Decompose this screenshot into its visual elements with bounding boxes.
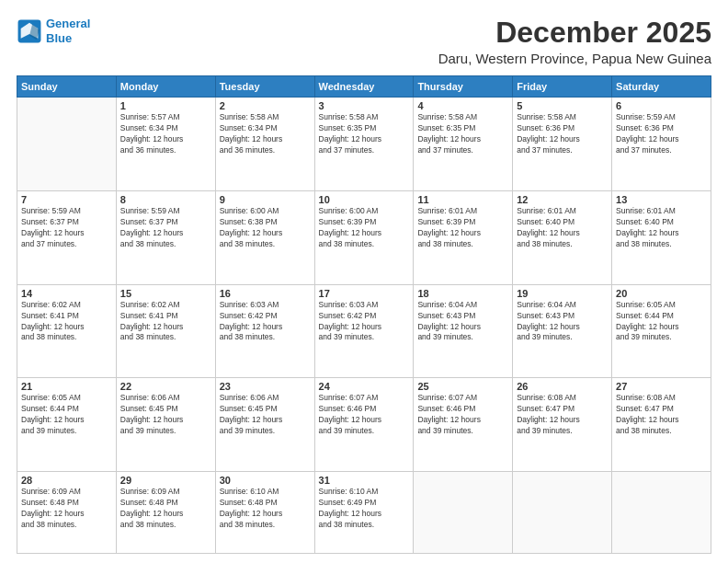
- day-number: 6: [616, 100, 707, 111]
- calendar-cell: 6Sunrise: 5:59 AMSunset: 6:36 PMDaylight…: [612, 98, 711, 191]
- calendar-cell: 17Sunrise: 6:03 AMSunset: 6:42 PMDayligh…: [314, 284, 414, 378]
- page: General Blue December 2025 Daru, Western…: [0, 0, 728, 563]
- day-info: Sunrise: 6:09 AMSunset: 6:48 PMDaylight:…: [120, 487, 211, 531]
- logo-text: General Blue: [46, 17, 90, 45]
- day-number: 2: [220, 100, 311, 111]
- calendar-week-row: 1Sunrise: 5:57 AMSunset: 6:34 PMDaylight…: [17, 98, 711, 191]
- logo-line1: General: [46, 17, 90, 30]
- day-info: Sunrise: 6:03 AMSunset: 6:42 PMDaylight:…: [220, 300, 311, 344]
- calendar-cell: 23Sunrise: 6:06 AMSunset: 6:45 PMDayligh…: [215, 378, 314, 472]
- day-number: 30: [220, 475, 311, 486]
- day-number: 31: [319, 475, 410, 486]
- calendar-cell: 19Sunrise: 6:04 AMSunset: 6:43 PMDayligh…: [513, 284, 612, 378]
- header: General Blue December 2025 Daru, Western…: [17, 17, 711, 66]
- day-number: 8: [120, 194, 211, 205]
- day-number: 14: [21, 288, 112, 299]
- day-info: Sunrise: 6:05 AMSunset: 6:44 PMDaylight:…: [21, 393, 112, 437]
- calendar-week-row: 14Sunrise: 6:02 AMSunset: 6:41 PMDayligh…: [17, 284, 711, 378]
- calendar-cell: 21Sunrise: 6:05 AMSunset: 6:44 PMDayligh…: [17, 378, 117, 472]
- calendar-header-wednesday: Wednesday: [314, 76, 414, 98]
- calendar-cell: 16Sunrise: 6:03 AMSunset: 6:42 PMDayligh…: [215, 284, 314, 378]
- calendar-cell: 9Sunrise: 6:00 AMSunset: 6:38 PMDaylight…: [215, 190, 314, 284]
- calendar-cell: 31Sunrise: 6:10 AMSunset: 6:49 PMDayligh…: [314, 472, 414, 554]
- calendar-week-row: 21Sunrise: 6:05 AMSunset: 6:44 PMDayligh…: [17, 378, 711, 472]
- calendar-cell: 15Sunrise: 6:02 AMSunset: 6:41 PMDayligh…: [116, 284, 215, 378]
- day-info: Sunrise: 6:06 AMSunset: 6:45 PMDaylight:…: [220, 393, 311, 437]
- day-number: 9: [220, 194, 311, 205]
- day-info: Sunrise: 6:09 AMSunset: 6:48 PMDaylight:…: [21, 487, 112, 531]
- day-info: Sunrise: 6:05 AMSunset: 6:44 PMDaylight:…: [616, 300, 707, 344]
- day-info: Sunrise: 6:06 AMSunset: 6:45 PMDaylight:…: [120, 393, 211, 437]
- day-info: Sunrise: 5:58 AMSunset: 6:36 PMDaylight:…: [517, 112, 608, 156]
- day-number: 24: [319, 381, 410, 392]
- calendar-cell: 20Sunrise: 6:05 AMSunset: 6:44 PMDayligh…: [612, 284, 711, 378]
- day-number: 10: [319, 194, 410, 205]
- calendar-cell: 11Sunrise: 6:01 AMSunset: 6:39 PMDayligh…: [414, 190, 513, 284]
- calendar-cell: 5Sunrise: 5:58 AMSunset: 6:36 PMDaylight…: [513, 98, 612, 191]
- calendar-cell: 18Sunrise: 6:04 AMSunset: 6:43 PMDayligh…: [414, 284, 513, 378]
- logo-line2: Blue: [46, 31, 72, 45]
- calendar-header-sunday: Sunday: [17, 76, 117, 98]
- day-info: Sunrise: 6:01 AMSunset: 6:39 PMDaylight:…: [417, 206, 508, 250]
- day-info: Sunrise: 6:03 AMSunset: 6:42 PMDaylight:…: [319, 300, 410, 344]
- day-number: 15: [120, 288, 211, 299]
- day-number: 19: [517, 288, 608, 299]
- calendar-cell: 30Sunrise: 6:10 AMSunset: 6:48 PMDayligh…: [215, 472, 314, 554]
- day-info: Sunrise: 5:58 AMSunset: 6:34 PMDaylight:…: [220, 112, 311, 156]
- calendar-cell: [17, 98, 117, 191]
- day-number: 29: [120, 475, 211, 486]
- day-info: Sunrise: 6:00 AMSunset: 6:39 PMDaylight:…: [319, 206, 410, 250]
- day-info: Sunrise: 5:58 AMSunset: 6:35 PMDaylight:…: [319, 112, 410, 156]
- day-info: Sunrise: 6:07 AMSunset: 6:46 PMDaylight:…: [417, 393, 508, 437]
- calendar-cell: [414, 472, 513, 554]
- day-number: 23: [220, 381, 311, 392]
- day-number: 17: [319, 288, 410, 299]
- calendar-cell: 10Sunrise: 6:00 AMSunset: 6:39 PMDayligh…: [314, 190, 414, 284]
- calendar-cell: 12Sunrise: 6:01 AMSunset: 6:40 PMDayligh…: [513, 190, 612, 284]
- day-info: Sunrise: 5:59 AMSunset: 6:36 PMDaylight:…: [616, 112, 707, 156]
- calendar-cell: 24Sunrise: 6:07 AMSunset: 6:46 PMDayligh…: [314, 378, 414, 472]
- day-number: 21: [21, 381, 112, 392]
- calendar-cell: 29Sunrise: 6:09 AMSunset: 6:48 PMDayligh…: [116, 472, 215, 554]
- day-info: Sunrise: 6:00 AMSunset: 6:38 PMDaylight:…: [220, 206, 311, 250]
- day-number: 11: [417, 194, 508, 205]
- main-title: December 2025: [438, 17, 711, 49]
- calendar-cell: 1Sunrise: 5:57 AMSunset: 6:34 PMDaylight…: [116, 98, 215, 191]
- day-number: 26: [517, 381, 608, 392]
- day-number: 3: [319, 100, 410, 111]
- day-info: Sunrise: 5:59 AMSunset: 6:37 PMDaylight:…: [21, 206, 112, 250]
- day-number: 12: [517, 194, 608, 205]
- day-number: 5: [517, 100, 608, 111]
- calendar-cell: 8Sunrise: 5:59 AMSunset: 6:37 PMDaylight…: [116, 190, 215, 284]
- day-info: Sunrise: 6:10 AMSunset: 6:49 PMDaylight:…: [319, 487, 410, 531]
- day-info: Sunrise: 6:08 AMSunset: 6:47 PMDaylight:…: [616, 393, 707, 437]
- calendar-cell: 2Sunrise: 5:58 AMSunset: 6:34 PMDaylight…: [215, 98, 314, 191]
- day-info: Sunrise: 5:58 AMSunset: 6:35 PMDaylight:…: [417, 112, 508, 156]
- calendar-header-saturday: Saturday: [612, 76, 711, 98]
- day-number: 27: [616, 381, 707, 392]
- title-area: December 2025 Daru, Western Province, Pa…: [438, 17, 711, 66]
- calendar-cell: [612, 472, 711, 554]
- calendar-week-row: 28Sunrise: 6:09 AMSunset: 6:48 PMDayligh…: [17, 472, 711, 554]
- day-info: Sunrise: 6:04 AMSunset: 6:43 PMDaylight:…: [517, 300, 608, 344]
- calendar-header-tuesday: Tuesday: [215, 76, 314, 98]
- calendar-table: SundayMondayTuesdayWednesdayThursdayFrid…: [17, 75, 711, 554]
- calendar-cell: 25Sunrise: 6:07 AMSunset: 6:46 PMDayligh…: [414, 378, 513, 472]
- calendar-cell: 13Sunrise: 6:01 AMSunset: 6:40 PMDayligh…: [612, 190, 711, 284]
- calendar-cell: 14Sunrise: 6:02 AMSunset: 6:41 PMDayligh…: [17, 284, 117, 378]
- subtitle: Daru, Western Province, Papua New Guinea: [438, 51, 711, 66]
- day-info: Sunrise: 6:04 AMSunset: 6:43 PMDaylight:…: [417, 300, 508, 344]
- day-number: 20: [616, 288, 707, 299]
- day-info: Sunrise: 6:10 AMSunset: 6:48 PMDaylight:…: [220, 487, 311, 531]
- day-number: 25: [417, 381, 508, 392]
- calendar-cell: 22Sunrise: 6:06 AMSunset: 6:45 PMDayligh…: [116, 378, 215, 472]
- calendar-header-row: SundayMondayTuesdayWednesdayThursdayFrid…: [17, 76, 711, 98]
- day-number: 28: [21, 475, 112, 486]
- logo: General Blue: [17, 17, 90, 45]
- calendar-cell: 4Sunrise: 5:58 AMSunset: 6:35 PMDaylight…: [414, 98, 513, 191]
- day-info: Sunrise: 6:07 AMSunset: 6:46 PMDaylight:…: [319, 393, 410, 437]
- calendar-cell: [513, 472, 612, 554]
- calendar-cell: 3Sunrise: 5:58 AMSunset: 6:35 PMDaylight…: [314, 98, 414, 191]
- day-info: Sunrise: 6:02 AMSunset: 6:41 PMDaylight:…: [21, 300, 112, 344]
- day-number: 4: [417, 100, 508, 111]
